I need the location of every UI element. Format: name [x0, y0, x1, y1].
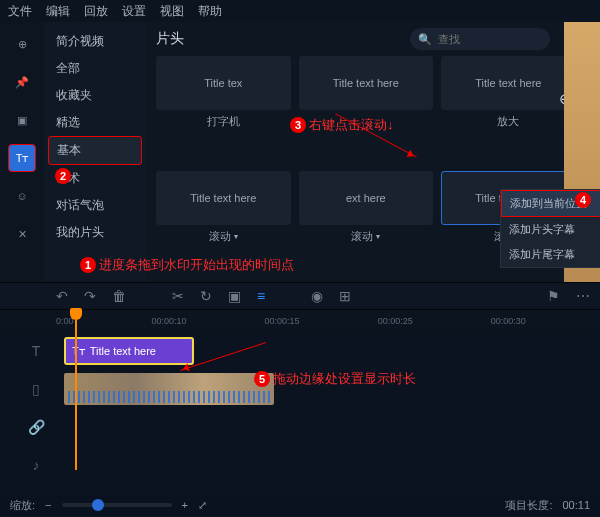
cut-icon[interactable]: ✂: [172, 288, 184, 304]
audio-track[interactable]: ♪: [24, 446, 600, 484]
preset-label: 滚动▾: [156, 229, 291, 244]
dropdown-icon[interactable]: ▾: [234, 232, 238, 241]
import-tool-icon[interactable]: ⊕: [8, 30, 36, 58]
ruler-tick: 00:00:15: [265, 316, 300, 326]
preset-label: 打字机: [156, 114, 291, 129]
zoom-knob[interactable]: [92, 499, 104, 511]
menu-playback[interactable]: 回放: [84, 3, 108, 20]
annotation-5: 5拖动边缘处设置显示时长: [254, 370, 416, 388]
preset-label: 放大: [441, 114, 576, 129]
duration-value: 00:11: [562, 499, 590, 511]
tool-rail: ⊕ 📌 ▣ Tᴛ ☺ ✕: [0, 22, 44, 282]
upper-panel: ⊕ 📌 ▣ Tᴛ ☺ ✕ 简介视频 全部 收藏夹 精选 基本 艺术 对话气泡 我…: [0, 22, 600, 282]
ctx-add-intro-sub[interactable]: 添加片头字幕: [501, 217, 600, 242]
titles-tool-icon[interactable]: Tᴛ: [8, 144, 36, 172]
sticker-tool-icon[interactable]: ☺: [8, 182, 36, 210]
text-track-icon: T: [24, 343, 48, 359]
cat-basic[interactable]: 基本: [48, 136, 142, 165]
timeline-toolbar: ↶ ↷ 🗑 ✂ ↻ ▣ ≡ ◉ ⊞ ⚑ ⋯: [0, 282, 600, 310]
search-box[interactable]: 🔍 ✕: [410, 28, 550, 50]
color-adjust-icon[interactable]: ≡: [257, 288, 265, 304]
ctx-add-outro-sub[interactable]: 添加片尾字幕: [501, 242, 600, 267]
search-input[interactable]: [438, 33, 576, 45]
clip-label: Title text here: [90, 345, 156, 357]
cat-fav[interactable]: 收藏夹: [48, 82, 142, 109]
preset-thumb[interactable]: Title tex: [156, 56, 291, 110]
zoom-out-icon[interactable]: −: [45, 499, 51, 511]
category-sidebar: 简介视频 全部 收藏夹 精选 基本 艺术 对话气泡 我的片头: [44, 22, 146, 282]
preset-thumb[interactable]: Title text here: [299, 56, 434, 110]
preset-thumb[interactable]: Title text here: [156, 171, 291, 225]
rotate-icon[interactable]: ↻: [200, 288, 212, 304]
title-clip[interactable]: Tᴛ Title text here: [64, 337, 194, 365]
redo-icon[interactable]: ↷: [84, 288, 96, 304]
ruler-tick: 00:00:30: [491, 316, 526, 326]
timeline-opts-icon[interactable]: ⋯: [576, 288, 590, 304]
ruler-tick: 00:00:10: [152, 316, 187, 326]
crop-icon[interactable]: ▣: [228, 288, 241, 304]
preset-thumb[interactable]: Title text here ⊕: [441, 56, 576, 110]
preset-card[interactable]: Title text here: [299, 56, 434, 163]
undo-icon[interactable]: ↶: [56, 288, 68, 304]
preset-card[interactable]: ext here 滚动▾: [299, 171, 434, 278]
cat-all[interactable]: 全部: [48, 55, 142, 82]
zoom-slider[interactable]: [62, 503, 172, 507]
status-bar: 缩放: − + ⤢ 项目长度: 00:11: [0, 493, 600, 517]
preset-label: 滚动▾: [299, 229, 434, 244]
more-tool-icon[interactable]: ✕: [8, 220, 36, 248]
annotation-3: 3右键点击滚动↓: [290, 116, 394, 134]
link-track-icon: 🔗: [24, 419, 48, 435]
video-clip[interactable]: [64, 373, 274, 405]
menu-view[interactable]: 视图: [160, 3, 184, 20]
annotation-4: 4: [575, 192, 594, 208]
dropdown-icon[interactable]: ▾: [376, 232, 380, 241]
preset-card[interactable]: Title text here ⊕ 放大: [441, 56, 576, 163]
preset-thumb[interactable]: ext here: [299, 171, 434, 225]
video-track-icon: ▯: [24, 381, 48, 397]
browser-panel: 片头 🔍 ✕ 🛒 Title tex 打字机 Title text here T…: [146, 22, 600, 282]
playhead[interactable]: [70, 308, 82, 320]
search-icon: 🔍: [418, 33, 432, 46]
delete-icon[interactable]: 🗑: [112, 288, 126, 304]
timeline-tracks: T Tᴛ Title text here ▯ 🔗 ♪: [0, 332, 600, 492]
properties-icon[interactable]: ⊞: [339, 288, 351, 304]
playhead-line: [75, 320, 77, 470]
browser-header: 片头 🔍 ✕ 🛒: [156, 28, 590, 50]
menu-help[interactable]: 帮助: [198, 3, 222, 20]
panel-title: 片头: [156, 30, 184, 48]
zoom-in-icon[interactable]: +: [182, 499, 188, 511]
cat-featured[interactable]: 精选: [48, 109, 142, 136]
audio-track-icon: ♪: [24, 457, 48, 473]
cat-intro[interactable]: 简介视频: [48, 28, 142, 55]
marker-icon[interactable]: ⚑: [547, 288, 560, 304]
text-icon: Tᴛ: [72, 345, 85, 358]
cat-mine[interactable]: 我的片头: [48, 219, 142, 246]
menu-file[interactable]: 文件: [8, 3, 32, 20]
frame-tool-icon[interactable]: ▣: [8, 106, 36, 134]
pin-tool-icon[interactable]: 📌: [8, 68, 36, 96]
menu-bar: 文件 编辑 回放 设置 视图 帮助: [0, 0, 600, 22]
annotation-2: 2: [55, 168, 74, 184]
timeline-ruler[interactable]: 0:00 00:00:10 00:00:15 00:00:25 00:00:30…: [0, 310, 600, 332]
cat-bubble[interactable]: 对话气泡: [48, 192, 142, 219]
ruler-tick: 00:00:25: [378, 316, 413, 326]
zoom-label: 缩放:: [10, 498, 35, 513]
fit-icon[interactable]: ⤢: [198, 499, 207, 512]
menu-edit[interactable]: 编辑: [46, 3, 70, 20]
title-track[interactable]: T Tᴛ Title text here: [24, 332, 600, 370]
duration-label: 项目长度:: [505, 498, 552, 513]
annotation-1: 1进度条拖到水印开始出现的时间点: [80, 256, 294, 274]
preset-card[interactable]: Title tex 打字机: [156, 56, 291, 163]
record-icon[interactable]: ◉: [311, 288, 323, 304]
link-track[interactable]: 🔗: [24, 408, 600, 446]
menu-settings[interactable]: 设置: [122, 3, 146, 20]
